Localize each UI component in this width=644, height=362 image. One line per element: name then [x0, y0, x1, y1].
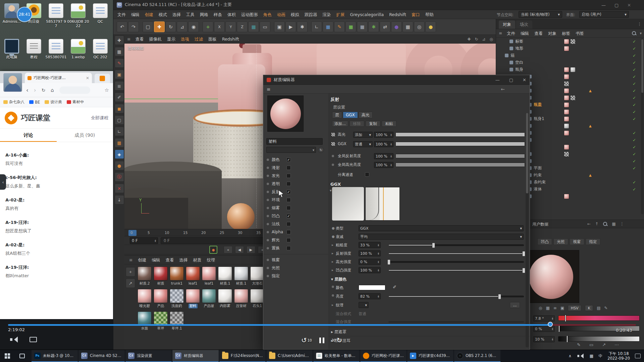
slider-knob[interactable]: [565, 315, 566, 322]
param-slider[interactable]: [388, 244, 524, 246]
skip-forward-button[interactable]: 30↻: [332, 336, 342, 344]
desktop-icon[interactable]: QC: [89, 1, 111, 37]
preview-reload-icon[interactable]: ↻: [318, 147, 324, 153]
lock-icon[interactable]: ⋮: [620, 222, 624, 226]
texture-tag-icon[interactable]: [564, 194, 569, 199]
open-material-icon[interactable]: ↗: [126, 279, 135, 288]
taskbar-app-button[interactable]: 巧匠网校-巧匠课...: [360, 350, 407, 362]
menu-item[interactable]: Greyscalegorilla: [347, 10, 387, 19]
dock-menu-icon[interactable]: ⋮: [637, 21, 642, 26]
frame-view-icon[interactable]: ◎: [490, 37, 493, 42]
layer-tab[interactable]: GGX: [343, 112, 358, 118]
color-value-field[interactable]: 10 %▲▼: [533, 336, 555, 342]
channel-row[interactable]: 指定: [263, 272, 329, 280]
palette-tool-icon[interactable]: ▣: [115, 70, 124, 79]
palette-tool-icon[interactable]: ●: [115, 161, 124, 170]
om-menu-item[interactable]: 标签: [559, 29, 573, 38]
tree-scrollbar[interactable]: [641, 39, 644, 214]
object-tree-row[interactable]: 瓶身 ✓: [496, 66, 644, 73]
palette-icon[interactable]: ▤: [597, 306, 600, 310]
channel-row[interactable]: 透明: [263, 180, 329, 188]
hamburger-icon[interactable]: ≡: [267, 86, 271, 92]
channel-checkbox[interactable]: [286, 190, 291, 194]
menu-item[interactable]: 跟踪器: [302, 10, 320, 19]
menu-item[interactable]: Redshift: [386, 10, 409, 19]
channel-row[interactable]: 反射: [263, 188, 329, 196]
om-menu-item[interactable]: 文件: [504, 29, 518, 38]
network-icon[interactable]: ▦: [590, 354, 593, 358]
viewport-menu-item[interactable]: Redshift: [219, 35, 242, 44]
channel-tab[interactable]: 光照: [553, 238, 568, 245]
address-bar[interactable]: [59, 86, 90, 94]
object-tree-row[interactable]: 标签 ✓: [496, 38, 644, 45]
param-row[interactable]: ▸ 高光强度 0 %▾ 0 %▲▼: [329, 258, 530, 265]
picker-pen-icon[interactable]: ✎: [604, 306, 608, 310]
toolbar-icon[interactable]: [308, 21, 311, 32]
home-icon[interactable]: ⌂: [51, 87, 54, 93]
taskbar-app-button[interactable]: C:\Users\Admin...: [266, 350, 313, 362]
volume-icon[interactable]: [577, 354, 584, 358]
menu-item[interactable]: 创建: [142, 10, 156, 19]
c4d-titlebar[interactable]: 4D Cinema 4D S24.111 (RC) - [化妆品-课上.c4d …: [113, 0, 644, 10]
back-icon[interactable]: ←: [587, 222, 591, 226]
param-dropdown[interactable]: GGX▾: [359, 225, 524, 231]
palette-tool-icon[interactable]: ▢: [115, 115, 124, 125]
channel-tab[interactable]: 指定: [586, 238, 600, 245]
enabled-check-icon[interactable]: ✓: [633, 187, 636, 192]
channel-checkbox[interactable]: [286, 222, 291, 226]
speaker-icon[interactable]: [10, 337, 18, 343]
chat-tab[interactable]: 讨论: [0, 129, 57, 142]
goto-start-icon[interactable]: «: [224, 246, 232, 253]
texture-tag-icon[interactable]: [564, 74, 569, 79]
param-slider[interactable]: [388, 253, 524, 254]
swatch-icon[interactable]: ▣: [560, 306, 564, 310]
menu-item[interactable]: 窗口: [409, 10, 423, 19]
matmgr-menu-item[interactable]: 创建: [135, 255, 149, 264]
color-slider-bar[interactable]: [558, 336, 640, 342]
layer-tab[interactable]: 层: [332, 112, 342, 118]
menu-item[interactable]: 样条: [211, 10, 225, 19]
bookmark-item[interactable]: 设计类: [45, 100, 62, 105]
brightness-value[interactable]: 82 %▲▼: [359, 293, 381, 299]
matmgr-menu-item[interactable]: 选择: [176, 255, 190, 264]
texture-tag-icon[interactable]: [570, 39, 576, 44]
layer-action-button[interactable]: 移除: [350, 121, 364, 127]
texture-tag-icon[interactable]: [564, 123, 569, 129]
palette-tool-icon[interactable]: Ⓢ: [115, 172, 124, 182]
start-button[interactable]: [0, 350, 15, 362]
toolbar-icon[interactable]: ⊿: [177, 21, 187, 32]
chat-collapse-handle[interactable]: ‹: [0, 174, 6, 190]
ime-indicator[interactable]: 中: [598, 353, 602, 359]
nodespace-dropdown[interactable]: 当前 (标准/物理)▾: [519, 11, 562, 18]
texture-tag-icon[interactable]: [564, 39, 569, 44]
layer-action-button[interactable]: 粘贴: [382, 121, 396, 127]
bookmark-star-icon[interactable]: ☆: [105, 87, 109, 93]
close-icon[interactable]: ✕: [523, 77, 526, 82]
bookmark-item[interactable]: 杂七杂八: [3, 100, 24, 105]
enabled-check-icon[interactable]: ✓: [633, 117, 636, 121]
channel-checkbox[interactable]: [286, 182, 291, 186]
channel-checkbox[interactable]: [286, 246, 291, 250]
taskbar-clock[interactable]: 下午 10:18 2022-09-20: [607, 351, 630, 361]
enabled-check-icon[interactable]: ✓: [633, 145, 636, 149]
taskbar-app-button[interactable]: OBS 27.2.1 (64-...: [454, 350, 500, 362]
channel-row[interactable]: 凹凸: [263, 212, 329, 220]
video-progress-handle[interactable]: [548, 322, 553, 327]
grid-icon[interactable]: ▦: [612, 222, 615, 226]
palette-tool-icon[interactable]: ▦: [115, 47, 124, 56]
desktop-icon[interactable]: 此电脑: [1, 37, 23, 72]
material-item[interactable]: trunk1: [169, 266, 185, 289]
enabled-check-icon[interactable]: ✓: [633, 131, 636, 135]
toolbar-icon[interactable]: ▦: [402, 21, 413, 32]
palette-tool-icon[interactable]: ✎: [115, 58, 124, 68]
param-row[interactable]: ▸ 粗糙度 33 %▾ 33 %▲▼: [329, 242, 530, 248]
menu-item[interactable]: 选择: [170, 10, 183, 19]
viewport-menu-item[interactable]: 查看: [132, 35, 146, 44]
autokey-record-icon[interactable]: ●: [209, 246, 217, 254]
minimize-icon[interactable]: —: [601, 3, 606, 8]
color-value-field[interactable]: 0 %▲▼: [533, 326, 555, 332]
zoom-view-icon[interactable]: ⊿: [482, 37, 485, 42]
texture-tag-icon[interactable]: [564, 88, 569, 94]
viewport-hamburger-icon[interactable]: ≡: [127, 37, 130, 42]
toolbar-icon[interactable]: ▦: [248, 21, 259, 32]
